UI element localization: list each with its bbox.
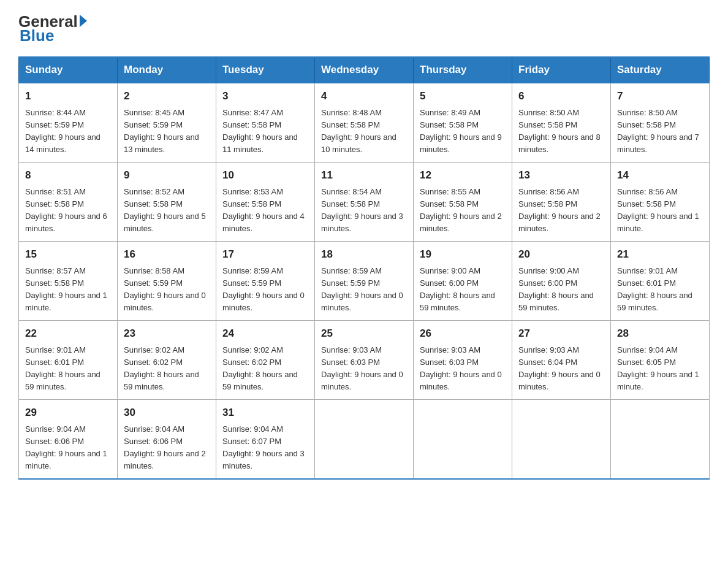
day-info: Sunrise: 9:02 AMSunset: 6:02 PMDaylight:…	[222, 344, 308, 394]
calendar-cell: 13Sunrise: 8:56 AMSunset: 5:58 PMDayligh…	[512, 163, 611, 242]
calendar-week-row: 22Sunrise: 9:01 AMSunset: 6:01 PMDayligh…	[19, 321, 710, 400]
day-info: Sunrise: 8:59 AMSunset: 5:59 PMDaylight:…	[321, 265, 407, 315]
day-number: 1	[25, 88, 111, 104]
calendar-cell: 26Sunrise: 9:03 AMSunset: 6:03 PMDayligh…	[414, 321, 512, 400]
day-info: Sunrise: 8:45 AMSunset: 5:59 PMDaylight:…	[124, 107, 210, 156]
calendar-cell: 10Sunrise: 8:53 AMSunset: 5:58 PMDayligh…	[216, 163, 315, 242]
day-number: 2	[124, 88, 210, 104]
calendar-cell: 31Sunrise: 9:04 AMSunset: 6:07 PMDayligh…	[216, 400, 315, 480]
day-number: 23	[124, 326, 210, 342]
calendar-cell: 4Sunrise: 8:48 AMSunset: 5:58 PMDaylight…	[315, 83, 414, 163]
calendar-cell: 18Sunrise: 8:59 AMSunset: 5:59 PMDayligh…	[315, 242, 414, 321]
day-info: Sunrise: 9:03 AMSunset: 6:03 PMDaylight:…	[420, 344, 506, 394]
calendar-header-wednesday: Wednesday	[315, 57, 414, 83]
day-number: 17	[222, 247, 308, 262]
day-info: Sunrise: 9:04 AMSunset: 6:06 PMDaylight:…	[25, 423, 111, 473]
day-number: 10	[222, 167, 308, 183]
day-info: Sunrise: 8:58 AMSunset: 5:59 PMDaylight:…	[124, 265, 210, 315]
calendar-cell: 21Sunrise: 9:01 AMSunset: 6:01 PMDayligh…	[611, 242, 710, 321]
calendar-cell: 28Sunrise: 9:04 AMSunset: 6:05 PMDayligh…	[611, 321, 710, 400]
calendar-week-row: 1Sunrise: 8:44 AMSunset: 5:59 PMDaylight…	[19, 83, 710, 163]
calendar-header-tuesday: Tuesday	[216, 57, 315, 83]
calendar-cell: 23Sunrise: 9:02 AMSunset: 6:02 PMDayligh…	[118, 321, 216, 400]
calendar-cell: 1Sunrise: 8:44 AMSunset: 5:59 PMDaylight…	[19, 83, 118, 163]
day-number: 19	[420, 247, 506, 262]
day-info: Sunrise: 8:50 AMSunset: 5:58 PMDaylight:…	[518, 107, 604, 156]
day-info: Sunrise: 8:47 AMSunset: 5:58 PMDaylight:…	[222, 107, 308, 156]
calendar-cell: 16Sunrise: 8:58 AMSunset: 5:59 PMDayligh…	[118, 242, 216, 321]
calendar-cell: 7Sunrise: 8:50 AMSunset: 5:58 PMDaylight…	[611, 83, 710, 163]
day-info: Sunrise: 9:04 AMSunset: 6:06 PMDaylight:…	[124, 423, 210, 473]
day-number: 4	[321, 88, 407, 104]
calendar-header-friday: Friday	[512, 57, 611, 83]
calendar-cell	[315, 400, 414, 480]
day-number: 3	[222, 88, 308, 104]
day-info: Sunrise: 8:59 AMSunset: 5:59 PMDaylight:…	[222, 265, 308, 315]
page-header: General Blue	[18, 12, 710, 45]
calendar-cell: 24Sunrise: 9:02 AMSunset: 6:02 PMDayligh…	[216, 321, 315, 400]
day-number: 6	[518, 88, 604, 104]
calendar-cell: 29Sunrise: 9:04 AMSunset: 6:06 PMDayligh…	[19, 400, 118, 480]
calendar-cell: 17Sunrise: 8:59 AMSunset: 5:59 PMDayligh…	[216, 242, 315, 321]
calendar-cell: 6Sunrise: 8:50 AMSunset: 5:58 PMDaylight…	[512, 83, 611, 163]
day-number: 21	[617, 247, 703, 262]
calendar-cell: 22Sunrise: 9:01 AMSunset: 6:01 PMDayligh…	[19, 321, 118, 400]
calendar-cell	[611, 400, 710, 480]
calendar-cell: 25Sunrise: 9:03 AMSunset: 6:03 PMDayligh…	[315, 321, 414, 400]
logo-triangle-icon	[80, 15, 87, 27]
calendar-cell: 11Sunrise: 8:54 AMSunset: 5:58 PMDayligh…	[315, 163, 414, 242]
day-number: 9	[124, 167, 210, 183]
day-info: Sunrise: 9:02 AMSunset: 6:02 PMDaylight:…	[124, 344, 210, 394]
day-info: Sunrise: 8:54 AMSunset: 5:58 PMDaylight:…	[321, 186, 407, 236]
calendar-cell: 15Sunrise: 8:57 AMSunset: 5:58 PMDayligh…	[19, 242, 118, 321]
calendar-cell: 8Sunrise: 8:51 AMSunset: 5:58 PMDaylight…	[19, 163, 118, 242]
calendar-cell: 20Sunrise: 9:00 AMSunset: 6:00 PMDayligh…	[512, 242, 611, 321]
calendar-header-saturday: Saturday	[611, 57, 710, 83]
day-number: 22	[25, 326, 111, 342]
day-number: 8	[25, 167, 111, 183]
logo: General Blue	[18, 12, 87, 45]
day-info: Sunrise: 9:04 AMSunset: 6:05 PMDaylight:…	[617, 344, 703, 394]
calendar-week-row: 8Sunrise: 8:51 AMSunset: 5:58 PMDaylight…	[19, 163, 710, 242]
calendar-cell: 19Sunrise: 9:00 AMSunset: 6:00 PMDayligh…	[414, 242, 512, 321]
day-info: Sunrise: 8:55 AMSunset: 5:58 PMDaylight:…	[420, 186, 506, 236]
day-number: 18	[321, 247, 407, 262]
day-number: 5	[420, 88, 506, 104]
day-info: Sunrise: 8:50 AMSunset: 5:58 PMDaylight:…	[617, 107, 703, 156]
day-info: Sunrise: 9:03 AMSunset: 6:04 PMDaylight:…	[518, 344, 604, 394]
day-number: 27	[518, 326, 604, 342]
day-number: 15	[25, 247, 111, 262]
day-number: 28	[617, 326, 703, 342]
day-info: Sunrise: 8:56 AMSunset: 5:58 PMDaylight:…	[518, 186, 604, 236]
calendar-cell: 2Sunrise: 8:45 AMSunset: 5:59 PMDaylight…	[118, 83, 216, 163]
day-info: Sunrise: 8:52 AMSunset: 5:58 PMDaylight:…	[124, 186, 210, 236]
calendar-header-thursday: Thursday	[414, 57, 512, 83]
day-info: Sunrise: 8:57 AMSunset: 5:58 PMDaylight:…	[25, 265, 111, 315]
calendar-cell: 14Sunrise: 8:56 AMSunset: 5:58 PMDayligh…	[611, 163, 710, 242]
calendar-header-row: SundayMondayTuesdayWednesdayThursdayFrid…	[19, 57, 710, 83]
day-number: 7	[617, 88, 703, 104]
day-number: 20	[518, 247, 604, 262]
calendar-cell	[414, 400, 512, 480]
day-info: Sunrise: 8:53 AMSunset: 5:58 PMDaylight:…	[222, 186, 308, 236]
calendar-header-monday: Monday	[118, 57, 216, 83]
calendar-header-sunday: Sunday	[19, 57, 118, 83]
calendar-cell: 12Sunrise: 8:55 AMSunset: 5:58 PMDayligh…	[414, 163, 512, 242]
calendar-week-row: 15Sunrise: 8:57 AMSunset: 5:58 PMDayligh…	[19, 242, 710, 321]
day-number: 11	[321, 167, 407, 183]
day-number: 26	[420, 326, 506, 342]
calendar-table: SundayMondayTuesdayWednesdayThursdayFrid…	[18, 56, 710, 480]
day-number: 25	[321, 326, 407, 342]
day-info: Sunrise: 9:03 AMSunset: 6:03 PMDaylight:…	[321, 344, 407, 394]
day-info: Sunrise: 8:56 AMSunset: 5:58 PMDaylight:…	[617, 186, 703, 236]
day-info: Sunrise: 9:01 AMSunset: 6:01 PMDaylight:…	[617, 265, 703, 315]
day-number: 31	[222, 405, 308, 421]
day-number: 29	[25, 405, 111, 421]
day-number: 12	[420, 167, 506, 183]
calendar-cell: 27Sunrise: 9:03 AMSunset: 6:04 PMDayligh…	[512, 321, 611, 400]
day-number: 24	[222, 326, 308, 342]
day-info: Sunrise: 8:51 AMSunset: 5:58 PMDaylight:…	[25, 186, 111, 236]
day-info: Sunrise: 9:04 AMSunset: 6:07 PMDaylight:…	[222, 423, 308, 473]
calendar-cell: 9Sunrise: 8:52 AMSunset: 5:58 PMDaylight…	[118, 163, 216, 242]
calendar-week-row: 29Sunrise: 9:04 AMSunset: 6:06 PMDayligh…	[19, 400, 710, 480]
